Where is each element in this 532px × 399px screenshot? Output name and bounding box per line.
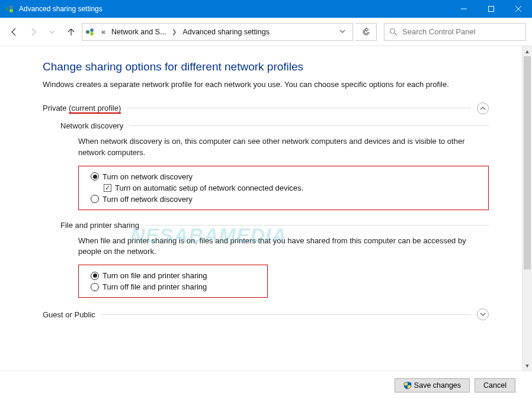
search-placeholder: Search Control Panel — [402, 27, 476, 36]
checkbox-auto-setup[interactable]: ✓ Turn on automatic setup of network con… — [104, 182, 476, 194]
file-printer-description: When file and printer sharing is on, fil… — [78, 236, 481, 258]
radio-network-discovery-off[interactable]: Turn off network discovery — [91, 194, 476, 205]
checkbox-icon: ✓ — [104, 184, 111, 192]
navigation-bar: « Network and S... ❯ Advanced sharing se… — [0, 18, 532, 46]
svg-point-9 — [90, 32, 94, 36]
app-icon — [5, 4, 14, 14]
search-icon — [389, 28, 398, 36]
profile-label-private: Private — [43, 104, 66, 112]
recent-dropdown[interactable] — [44, 24, 60, 40]
profile-header-private[interactable]: Private (current profile) — [43, 102, 489, 114]
radio-icon — [91, 172, 99, 181]
current-profile-indicator: (current profile) — [69, 104, 121, 112]
forward-button[interactable] — [25, 24, 41, 40]
svg-point-10 — [390, 28, 395, 33]
collapse-button-private[interactable] — [477, 102, 489, 114]
divider — [127, 108, 471, 108]
radio-icon — [91, 283, 99, 291]
chevron-right-icon: ❯ — [169, 28, 179, 35]
refresh-button[interactable] — [355, 23, 377, 41]
uac-shield-icon — [403, 381, 412, 390]
svg-point-0 — [5, 7, 9, 11]
svg-point-2 — [9, 9, 13, 12]
save-changes-button[interactable]: Save changes — [395, 378, 470, 392]
network-icon — [85, 27, 95, 37]
page-description: Windows creates a separate network profi… — [43, 79, 469, 91]
back-button[interactable] — [6, 24, 23, 40]
maximize-button[interactable] — [477, 0, 505, 18]
breadcrumb-item-network[interactable]: Network and S... — [109, 27, 168, 37]
minimize-button[interactable] — [450, 0, 477, 18]
search-input[interactable]: Search Control Panel — [384, 23, 526, 41]
scroll-up-button[interactable]: ▲ — [523, 46, 532, 56]
close-button[interactable] — [505, 0, 532, 18]
divider — [101, 314, 471, 315]
profile-label-guest: Guest or Public — [43, 310, 95, 319]
cancel-button[interactable]: Cancel — [475, 378, 515, 392]
svg-rect-4 — [489, 7, 494, 12]
footer-bar: Save changes Cancel — [0, 371, 532, 399]
vertical-scrollbar[interactable]: ▲ ▼ — [522, 46, 532, 371]
scroll-down-button[interactable]: ▼ — [523, 361, 532, 371]
window-title: Advanced sharing settings — [19, 5, 450, 13]
chevron-down-icon — [480, 311, 486, 317]
profile-header-guest[interactable]: Guest or Public — [43, 308, 489, 320]
radio-icon — [91, 195, 99, 203]
network-discovery-options: Turn on network discovery ✓ Turn on auto… — [78, 166, 489, 210]
breadcrumb-prefix: « — [99, 27, 108, 37]
radio-network-discovery-on[interactable]: Turn on network discovery — [91, 171, 476, 182]
section-header-file-printer: File and printer sharing — [60, 221, 489, 230]
expand-button-guest[interactable] — [477, 308, 489, 320]
scroll-track[interactable] — [523, 56, 532, 361]
radio-icon — [91, 272, 99, 280]
radio-file-printer-on[interactable]: Turn on file and printer sharing — [91, 270, 255, 281]
svg-point-1 — [9, 5, 13, 9]
radio-file-printer-off[interactable]: Turn off file and printer sharing — [91, 281, 255, 292]
window-titlebar: Advanced sharing settings — [0, 0, 532, 18]
svg-point-8 — [90, 28, 94, 32]
page-title: Change sharing options for different net… — [43, 60, 489, 73]
chevron-up-icon — [480, 105, 486, 111]
svg-line-11 — [395, 33, 397, 36]
section-header-network-discovery: Network discovery — [60, 121, 489, 130]
breadcrumb-item-current[interactable]: Advanced sharing settings — [180, 27, 272, 37]
content-area: NESABAMEDIA Change sharing options for d… — [0, 46, 522, 371]
network-discovery-description: When network discovery is on, this compu… — [78, 136, 481, 159]
scroll-thumb[interactable] — [524, 56, 531, 269]
svg-point-7 — [86, 30, 89, 34]
up-button[interactable] — [63, 24, 79, 40]
breadcrumb-dropdown[interactable] — [335, 28, 350, 36]
file-printer-options: Turn on file and printer sharing Turn of… — [78, 265, 268, 298]
address-breadcrumb[interactable]: « Network and S... ❯ Advanced sharing se… — [82, 23, 353, 41]
